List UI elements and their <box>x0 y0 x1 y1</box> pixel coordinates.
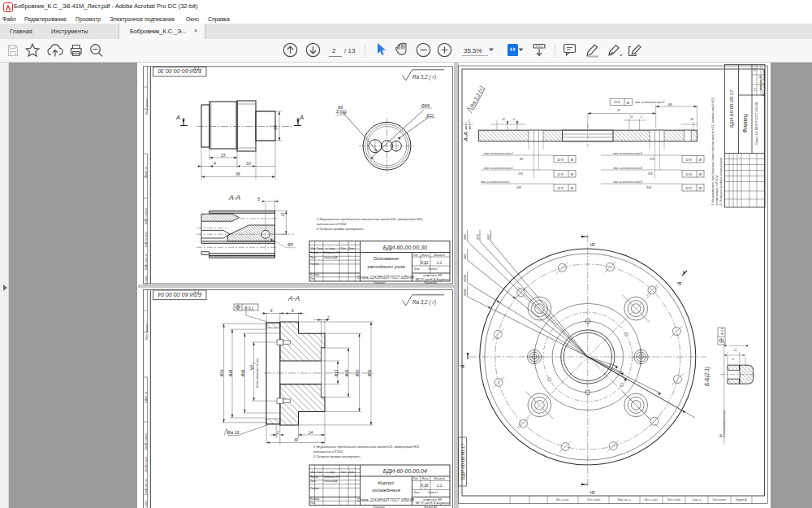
svg-text:Подп.: Подп. <box>340 247 347 250</box>
svg-text:20Ф: 20Ф <box>516 186 521 189</box>
svg-text:Лист: Лист <box>412 491 420 494</box>
svg-text:Сталь 12Х18Н10Т ГОСТ 1050-88: Сталь 12Х18Н10Т ГОСТ 1050-88 <box>357 276 415 280</box>
svg-text:отв. со внешнего шла 4: отв. со внешнего шла 4 <box>613 152 642 155</box>
svg-text:√): √) <box>432 74 437 80</box>
svg-text:отв. со внешнего шла 2!: отв. со внешнего шла 2! <box>635 101 664 104</box>
svg-text:0,36: 0,36 <box>421 484 429 488</box>
svg-text:6: 6 <box>732 358 735 360</box>
svg-text:1:1: 1:1 <box>437 484 443 488</box>
svg-text:Н.контр.: Н.контр. <box>310 273 320 276</box>
svg-text:Ф90: Ф90 <box>464 234 467 240</box>
svg-text:⊕: ⊕ <box>698 186 702 190</box>
svg-text:Ф264: Ф264 <box>464 275 467 282</box>
svg-text:11: 11 <box>280 212 285 216</box>
svg-text:Пров.: Пров. <box>310 256 317 259</box>
svg-text:БДИ-60-00.00.17: БДИ-60-00.00.17 <box>729 89 734 128</box>
svg-text:Фланец: Фланец <box>742 114 749 132</box>
svg-text:Инв. № дубл.: Инв. № дубл. <box>645 498 658 501</box>
svg-text:Ф285: Ф285 <box>464 289 467 296</box>
svg-text:Масштаб: Масштаб <box>434 477 444 480</box>
svg-text:катодного узла: катодного узла <box>367 263 405 269</box>
svg-text:2: 2 <box>332 47 336 54</box>
svg-text:√): √) <box>432 299 437 306</box>
svg-text:Б-Б(2:1): Б-Б(2:1) <box>704 367 710 386</box>
svg-text:Лист: Лист <box>412 267 420 271</box>
svg-text:35.5%: 35.5% <box>464 47 482 54</box>
svg-text:Инв. № дубл.: Инв. № дубл. <box>145 231 148 247</box>
svg-text:⊕: ⊕ <box>698 172 702 176</box>
svg-text:отв. со внешнего шла 2: отв. со внешнего шла 2 <box>484 167 513 170</box>
svg-text:Ra 16: Ra 16 <box>227 430 240 435</box>
svg-text:2: 2 <box>276 431 279 435</box>
svg-text:2 Острые кромки притупить: 2 Острые кромки притупить <box>313 454 361 458</box>
svg-text:10 Ф: 10 Ф <box>614 101 620 104</box>
svg-text:остальных ±IT11/2.: остальных ±IT11/2. <box>313 449 344 454</box>
svg-text:Ф70: Ф70 <box>477 234 480 240</box>
svg-text:/ 13: / 13 <box>344 47 356 54</box>
svg-text:Коробов А.А.: Коробов А.А. <box>324 256 338 259</box>
svg-text:Подп. и дата: Подп. и дата <box>145 433 148 449</box>
svg-text:Т.контр.: Т.контр. <box>310 487 320 490</box>
svg-text:14Ф: 14Ф <box>667 103 672 106</box>
svg-text:Б: Б <box>590 242 595 246</box>
svg-text:Масштаб: Масштаб <box>434 254 444 257</box>
svg-text:2,5: 2,5 <box>754 67 757 72</box>
svg-text:13: 13 <box>502 118 505 121</box>
svg-text:Сталь 12Х18Н10Т ГОСТ 1050-88: Сталь 12Х18Н10Т ГОСТ 1050-88 <box>357 498 415 502</box>
svg-text:1:1: 1:1 <box>754 88 757 92</box>
svg-text:МГТУ им Н.Э.Баумана: МГТУ им Н.Э.Баумана <box>416 277 450 281</box>
svg-text:⊕: ⊕ <box>570 172 573 176</box>
svg-text:10 Ф: 10 Ф <box>685 173 692 176</box>
svg-text:Инв. № подл.: Инв. № подл. <box>145 500 148 508</box>
svg-text:15: 15 <box>221 153 226 158</box>
svg-text:16: 16 <box>273 125 278 130</box>
svg-text:⊕: ⊕ <box>698 158 702 162</box>
svg-text:Дата: Дата <box>348 471 355 474</box>
svg-text:А-А: А-А <box>287 294 300 302</box>
svg-text:16: 16 <box>690 118 693 121</box>
svg-text:Т.контр.: Т.контр. <box>310 263 320 266</box>
svg-text:2: 2 <box>468 119 470 123</box>
svg-text:Ф46: Ф46 <box>241 369 245 376</box>
svg-text:10 Ф: 10 Ф <box>557 158 564 162</box>
svg-text:2: 2 <box>640 115 642 119</box>
svg-text:21Ф: 21Ф <box>649 158 654 161</box>
svg-text:Лист: Лист <box>316 247 323 250</box>
svg-text:Инв. № дубл.: Инв. № дубл. <box>145 456 148 472</box>
svg-text:Лист: Лист <box>316 471 323 474</box>
svg-text:Ф26: Ф26 <box>345 369 349 376</box>
svg-text:12: 12 <box>734 349 737 352</box>
svg-text:Ф54: Ф54 <box>220 369 224 376</box>
svg-text:БДИ-60-00.00.30: БДИ-60-00.00.30 <box>158 67 201 74</box>
svg-text:16: 16 <box>617 109 620 112</box>
svg-text:10 Ф: 10 Ф <box>685 158 692 162</box>
svg-text:отв. со внешнего шла 2: отв. со внешнего шла 2 <box>484 152 513 155</box>
svg-text:отв. со внешнего шла 4: отв. со внешнего шла 4 <box>613 180 642 184</box>
svg-text:10 Ф: 10 Ф <box>557 173 564 176</box>
svg-text:Изм: Изм <box>311 471 315 474</box>
svg-text:5: 5 <box>513 118 515 121</box>
svg-text:Основание: Основание <box>374 255 400 261</box>
svg-text:10: 10 <box>246 161 251 166</box>
svg-text:Ф12: Ф12 <box>335 369 339 376</box>
svg-text:Ф48: Ф48 <box>229 369 233 376</box>
svg-text:4 отв равномер по окр: 4 отв равномер по окр <box>256 358 259 389</box>
svg-text:МГТУ им Н.Э.Баумана: МГТУ им Н.Э.Баумана <box>416 501 450 505</box>
svg-text:Дата: Дата <box>348 247 355 250</box>
svg-text:Ra 3,2 (: Ra 3,2 ( <box>412 74 431 80</box>
svg-text:Копировал: Копировал <box>374 281 385 284</box>
svg-text:Ф30: Ф30 <box>646 186 651 189</box>
svg-text:5: 5 <box>257 197 260 202</box>
svg-text:Масса: Масса <box>422 477 430 480</box>
svg-text:2 Острые кромки притупить: 2 Острые кромки притупить <box>719 158 723 206</box>
svg-text:А: А <box>460 364 465 369</box>
svg-text:БДИ-60-00.00.04: БДИ-60-00.00.04 <box>383 468 427 475</box>
svg-text:отв. со внешнего шла 2: отв. со внешнего шла 2 <box>481 180 510 184</box>
svg-text:охлаждения: охлаждения <box>372 487 400 493</box>
svg-text:Подп. и дата: Подп. и дата <box>667 498 681 501</box>
svg-text:6: 6 <box>270 309 273 313</box>
svg-text:⊕: ⊕ <box>626 101 629 105</box>
svg-text:Взам. инв. №: Взам. инв. № <box>618 498 631 501</box>
svg-text:Ф5: Ф5 <box>287 242 293 247</box>
svg-text:БДИ-60-00.00.30: БДИ-60-00.00.30 <box>383 245 427 251</box>
